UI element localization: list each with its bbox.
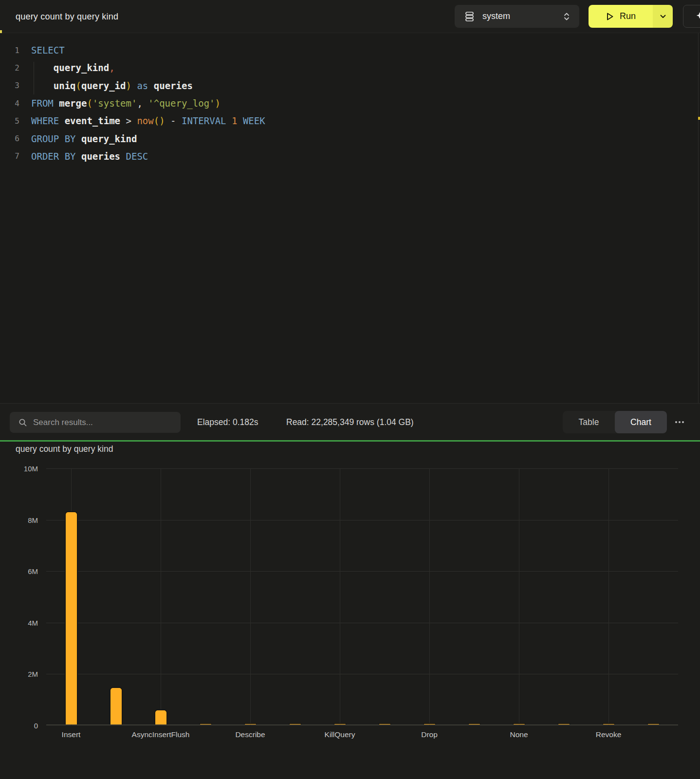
bar-category-10 [468,723,481,724]
x-gridline [340,468,340,725]
ai-assist-button[interactable] [683,5,700,28]
tab-chart[interactable]: Chart [615,411,667,433]
chart-title: query count by query kind [16,444,113,454]
y-axis-label: 4M [28,618,38,627]
sql-editor[interactable]: 1SELECT2 query_kind,3 uniq(query_id) as … [0,33,700,403]
run-button-label: Run [620,11,636,21]
line-number: 4 [0,99,19,108]
x-axis-label: None [510,730,528,739]
y-gridline [46,623,678,623]
search-results-box[interactable] [10,412,181,433]
line-number: 5 [0,116,19,126]
y-gridline [46,674,678,674]
editor-scrollbar[interactable] [698,33,700,403]
view-toggle: Table Chart [563,411,667,433]
bar-KillQuery [333,723,347,724]
y-gridline [46,571,678,572]
scrollbar-warning-marker [698,117,700,120]
bar-category-14 [647,723,660,724]
tab-table[interactable]: Table [563,411,615,433]
code-line: 5WHERE event_time > now() - INTERVAL 1 W… [0,112,700,130]
query-title: query count by query kind [16,0,118,33]
bar-chart: 02M4M6M8M10MInsertAsyncInsertFlushDescri… [46,468,678,725]
x-gridline [608,468,609,725]
code-line: 3 uniq(query_id) as queries [0,77,700,94]
code-lines: 1SELECT2 query_kind,3 uniq(query_id) as … [0,41,700,165]
x-axis-label: Drop [421,730,438,739]
database-selector-value: system [482,11,510,21]
x-gridline [161,468,161,725]
x-axis-label: AsyncInsertFlush [132,730,190,739]
bar-category-8 [378,723,391,724]
bar-None [513,723,526,724]
chevron-down-icon [660,14,666,19]
search-icon [18,418,27,427]
top-bar: query count by query kind system [0,0,700,33]
bar-Drop [423,723,436,724]
run-button[interactable]: Run [589,5,653,28]
code-line: 2 query_kind, [0,59,700,76]
results-toolbar: Elapsed: 0.182s Read: 22,285,349 rows (1… [0,403,700,440]
y-gridline [46,468,678,469]
x-gridline [519,468,519,725]
code-line: 6GROUP BY query_kind [0,130,700,147]
indent-guide [34,62,34,94]
bar-Insert [65,511,78,724]
run-options-button[interactable] [653,5,673,28]
x-gridline [429,468,430,725]
run-split-button: Run [589,5,673,28]
elapsed-stat: Elapsed: 0.182s [197,404,258,441]
sparkle-icon [695,11,700,22]
y-axis-label: 10M [24,464,38,473]
ellipsis-icon [675,421,684,423]
chart-panel: query count by query kind 02M4M6M8M10MIn… [0,442,700,779]
x-axis-label: Describe [235,730,265,739]
x-axis-label: Revoke [596,730,622,739]
top-bar-actions: system Run [455,5,700,28]
bar-category-2 [110,687,123,724]
x-axis-label: KillQuery [325,730,355,739]
database-selector[interactable]: system [455,5,579,28]
y-axis-label: 8M [28,516,38,524]
code-line: 1SELECT [0,41,700,59]
read-stat: Read: 22,285,349 rows (1.04 GB) [286,404,414,441]
bar-Describe [244,723,257,724]
x-gridline [250,468,251,725]
line-number: 1 [0,46,19,55]
database-icon [464,11,475,22]
bar-Revoke [602,723,615,724]
bar-category-4 [199,723,212,724]
line-number: 7 [0,151,19,161]
more-options-button[interactable] [673,417,686,427]
updown-chevron-icon [563,12,571,21]
bar-category-12 [557,723,571,724]
play-icon [606,12,614,21]
y-axis-label: 0 [34,722,38,730]
code-line: 7ORDER BY queries DESC [0,148,700,165]
code-line: 4FROM merge('system', '^query_log') [0,94,700,112]
line-number: 6 [0,134,19,143]
search-input[interactable] [33,418,174,427]
bar-AsyncInsertFlush [154,709,167,724]
bar-category-6 [289,723,302,724]
line-number: 2 [0,63,19,73]
y-gridline [46,520,678,520]
x-axis-label: Insert [62,730,81,739]
y-axis-label: 2M [28,670,38,678]
y-axis-label: 6M [28,567,38,575]
line-number: 3 [0,81,19,90]
